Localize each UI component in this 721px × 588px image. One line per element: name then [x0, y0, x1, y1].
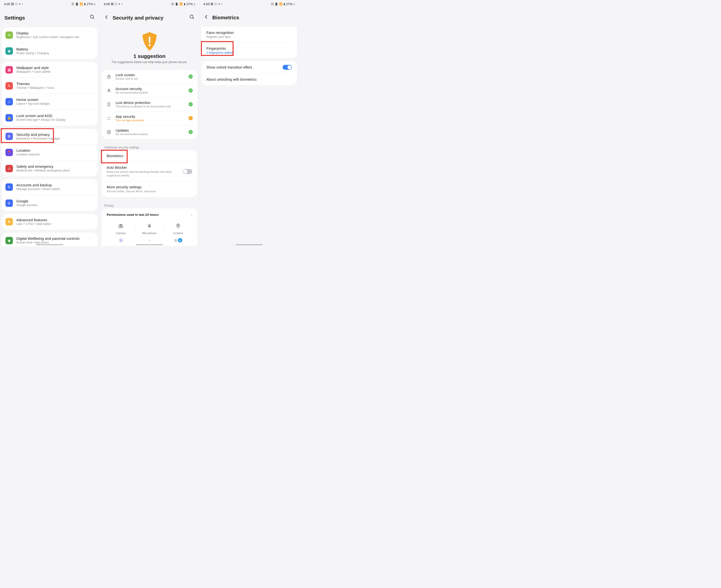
themes-icon: ✎ — [5, 82, 13, 89]
page-title: Biometrics — [212, 15, 239, 21]
row-about-biometrics[interactable]: About unlocking with biometrics — [202, 74, 297, 85]
microphone-icon — [135, 224, 164, 230]
status-bar: 4:05 🖼 ⓘ ✦ • ⚿ 📳 📶 ▮ 27% ▯ — [0, 0, 100, 7]
row-transition-effect[interactable]: Show unlock transition effect — [202, 61, 297, 74]
row-safety[interactable]: ⚠ Safety and emergencyMedical info • Wir… — [2, 161, 98, 176]
row-homescreen[interactable]: ⌂ Home screenLayout • App icon badges — [2, 94, 98, 110]
status-bar: 4:05 🖼 ⓘ ✦ • ⚿ 📳 📶 ▮ 27% ▯ — [199, 0, 299, 7]
group-accounts: ↻ Accounts and backupManage accounts • S… — [2, 179, 98, 211]
row-security-privacy[interactable]: ⛨ Security and privacyBiometrics • Permi… — [2, 129, 98, 145]
info-icon: ⓘ — [15, 2, 18, 6]
svg-point-0 — [90, 15, 93, 18]
transition-toggle[interactable] — [282, 65, 292, 70]
back-button[interactable] — [104, 15, 109, 21]
more-icon: • — [221, 2, 222, 5]
battery-icon: ▯ — [294, 2, 295, 6]
emergency-icon: ⚠ — [5, 165, 13, 172]
suggestion-block[interactable]: 1 suggestion The suggestions below can h… — [100, 27, 199, 70]
image-icon: 🖼 — [211, 2, 213, 5]
battery-icon: ▯ — [194, 2, 195, 6]
row-battery[interactable]: ◉ BatteryPower saving • Charging — [2, 43, 98, 59]
row-display[interactable]: ☀ DisplayBrightness • Eye comfort shield… — [2, 27, 98, 43]
battery-text: 27% — [87, 2, 93, 6]
info-icon: ⓘ — [214, 2, 217, 6]
status-warn-badge: ! — [189, 116, 193, 120]
row-more-security[interactable]: More security settingsSecure Folder, Sec… — [102, 182, 197, 197]
biometrics-header: Biometrics — [199, 7, 299, 27]
status-ok-badge: ✓ — [189, 102, 193, 106]
row-location[interactable]: 📍 LocationLocation requests — [2, 145, 98, 160]
vpn-icon: ⚿ — [271, 2, 274, 5]
advanced-icon: ✻ — [5, 218, 13, 226]
row-wallpaper[interactable]: ▦ Wallpaper and styleWallpapers • Color … — [2, 62, 98, 78]
privacy-card: Permissions used in last 24 hours › Came… — [102, 208, 197, 246]
row-advanced[interactable]: ✻ Advanced featuresLabs • S Pen • Side b… — [2, 214, 98, 230]
perm-camera[interactable]: Camera — [107, 224, 135, 235]
status-bar: 4:05 🖼 ⓘ ✦ • ⚿ 📳 📶 ▮ 27% ▯ — [100, 0, 199, 7]
row-lock-screen[interactable]: Lock screenScreen lock is set ✓ — [102, 70, 197, 83]
group-security: ⛨ Security and privacyBiometrics • Permi… — [2, 129, 98, 176]
back-button[interactable] — [204, 14, 209, 21]
row-lockscreen[interactable]: 🔒 Lock screen and AODScreen lock type • … — [2, 110, 98, 126]
apps-icon — [106, 116, 112, 121]
row-accounts[interactable]: ↻ Accounts and backupManage accounts • S… — [2, 179, 98, 195]
status-ok-badge: ✓ — [189, 88, 193, 92]
battery-settings-icon: ◉ — [5, 47, 13, 55]
gesture-bar[interactable] — [236, 244, 263, 245]
wifi-icon: 📶 — [80, 2, 83, 6]
battery-text: 27% — [286, 2, 293, 6]
perm-microphone[interactable]: Microphone — [135, 224, 164, 235]
app-location-used[interactable]: G◎ — [164, 238, 192, 243]
auto-blocker-toggle[interactable] — [183, 169, 192, 174]
image-icon: 🖼 — [111, 2, 113, 5]
row-app-security[interactable]: App securityTurn on App protection ! — [102, 111, 197, 125]
suggestion-title: 1 suggestion — [105, 53, 194, 59]
row-biometrics[interactable]: Biometrics — [102, 150, 197, 162]
privacy-label: Privacy — [100, 200, 199, 208]
more-icon: • — [22, 2, 23, 5]
location-pin-icon — [164, 224, 192, 230]
status-time: 4:05 — [104, 2, 110, 6]
chevron-right-icon: › — [191, 212, 192, 217]
padlock-icon — [106, 75, 112, 79]
suggestion-subtitle: The suggestions below can help keep your… — [105, 60, 194, 64]
page-title: Security and privacy — [112, 15, 163, 21]
app-icon: ✦ — [218, 2, 220, 6]
signal-icon: ▮ — [283, 2, 285, 6]
row-account-security[interactable]: Account securityNo recommended actions ✓ — [102, 84, 197, 97]
battery-text: 27% — [186, 2, 193, 6]
search-icon[interactable] — [89, 14, 95, 21]
screen-settings: 4:05 🖼 ⓘ ✦ • ⚿ 📳 📶 ▮ 27% ▯ Settings ☀ Di… — [0, 0, 100, 246]
gesture-bar[interactable] — [136, 244, 163, 245]
svg-point-7 — [108, 89, 110, 90]
svg-point-12 — [109, 119, 110, 120]
row-fingerprints[interactable]: Fingerprints 2 fingerprints added — [202, 43, 297, 58]
search-icon[interactable] — [189, 14, 195, 21]
row-updates[interactable]: UpdatesNo recommended actions ✓ — [102, 125, 197, 139]
wifi-icon: 📶 — [279, 2, 282, 6]
signal-icon: ▮ — [184, 2, 185, 6]
vibrate-icon: 📳 — [75, 2, 79, 6]
lock-icon: 🔒 — [5, 114, 13, 122]
row-google[interactable]: G GoogleGoogle services — [2, 195, 98, 211]
row-permissions[interactable]: Permissions used in last 24 hours › — [102, 208, 197, 221]
svg-line-3 — [193, 18, 194, 19]
row-themes[interactable]: ✎ ThemesThemes • Wallpapers • Icons — [2, 78, 98, 94]
svg-rect-6 — [108, 76, 110, 78]
row-lost-device[interactable]: Lost device protectionThis phone is allo… — [102, 98, 197, 111]
image-icon: 🖼 — [11, 2, 14, 5]
svg-point-5 — [148, 44, 150, 46]
status-time: 4:05 — [204, 2, 210, 6]
wifi-icon: 📶 — [179, 2, 183, 6]
gesture-bar[interactable] — [36, 244, 63, 245]
perm-location[interactable]: Location — [164, 224, 192, 235]
app-camera-used[interactable]: ① — [107, 238, 135, 243]
security-status-card: Lock screenScreen lock is set ✓ Account … — [102, 70, 197, 139]
status-ok-badge: ✓ — [189, 75, 193, 79]
phone-icon — [106, 102, 112, 107]
svg-rect-16 — [149, 224, 150, 226]
vpn-icon: ⚿ — [71, 2, 74, 5]
group-appearance: ▦ Wallpaper and styleWallpapers • Color … — [2, 62, 98, 125]
row-face-recognition[interactable]: Face recognition Register your face. — [202, 27, 297, 42]
row-auto-blocker[interactable]: Auto BlockerKeep your phone safe by bloc… — [102, 162, 197, 181]
